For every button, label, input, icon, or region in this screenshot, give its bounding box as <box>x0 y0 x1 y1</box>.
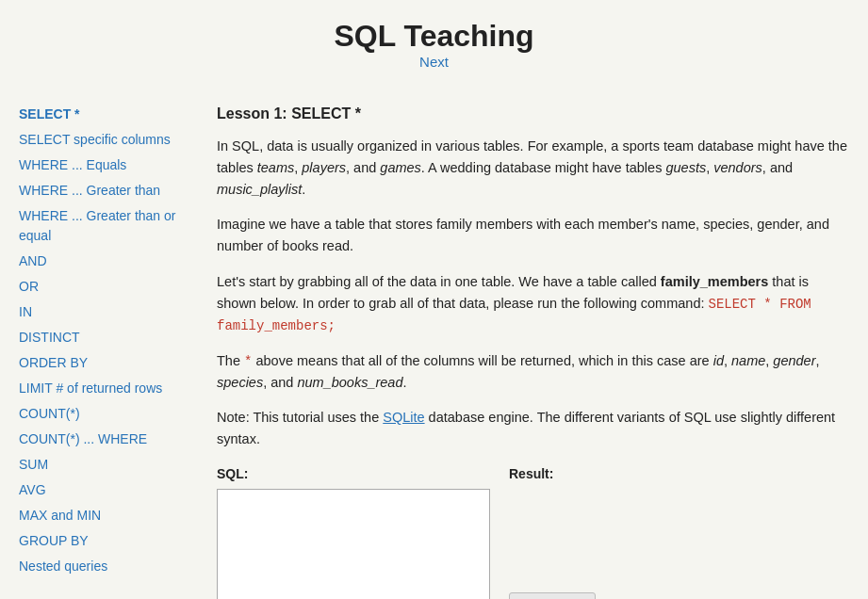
sidebar-item[interactable]: WHERE ... Equals <box>19 153 188 178</box>
sidebar-item[interactable]: WHERE ... Greater than <box>19 178 188 203</box>
sidebar-item[interactable]: COUNT(*) ... WHERE <box>19 427 188 452</box>
sidebar-item[interactable]: IN <box>19 300 188 325</box>
sidebar-item[interactable]: SELECT specific columns <box>19 127 188 153</box>
run-sql-button[interactable]: Run SQL <box>509 592 596 599</box>
sidebar: SELECT *SELECT specific columnsWHERE ...… <box>0 92 198 599</box>
next-link[interactable]: Next <box>0 54 868 70</box>
lesson-title: Lesson 1: SELECT * <box>217 102 849 126</box>
sidebar-item[interactable]: DISTINCT <box>19 325 188 350</box>
sidebar-item[interactable]: GROUP BY <box>19 528 188 554</box>
page-title: SQL Teaching <box>0 19 868 54</box>
content-area: Lesson 1: SELECT * In SQL, data is usual… <box>198 92 868 599</box>
paragraph-5: Note: This tutorial uses the SQLite data… <box>217 407 849 450</box>
sidebar-item[interactable]: AND <box>19 249 188 274</box>
sidebar-item[interactable]: LIMIT # of returned rows <box>19 376 188 401</box>
sidebar-item[interactable]: WHERE ... Greater than or equal <box>19 203 188 249</box>
sidebar-item[interactable]: OR <box>19 274 188 300</box>
sidebar-item[interactable]: ORDER BY <box>19 350 188 376</box>
sidebar-item[interactable]: Nested queries <box>19 554 188 579</box>
main-layout: SELECT *SELECT specific columnsWHERE ...… <box>0 92 868 599</box>
sql-section: SQL: Result: Run SQL <box>217 463 849 599</box>
sidebar-item[interactable]: SUM <box>19 452 188 478</box>
page-header: SQL Teaching Next <box>0 0 868 92</box>
paragraph-2: Imagine we have a table that stores fami… <box>217 214 849 257</box>
result-label: Result: <box>509 463 553 484</box>
sql-label: SQL: <box>217 463 490 484</box>
paragraph-4: The * above means that all of the column… <box>217 350 849 395</box>
paragraph-3: Let's start by grabbing all of the data … <box>217 271 849 337</box>
sql-textarea[interactable] <box>217 489 490 599</box>
sidebar-item[interactable]: AVG <box>19 478 188 503</box>
paragraph-1: In SQL, data is usually organized in var… <box>217 136 849 202</box>
sql-input-area: SQL: <box>217 463 490 599</box>
sidebar-item[interactable]: COUNT(*) <box>19 401 188 427</box>
sqlite-link[interactable]: SQLite <box>383 410 424 425</box>
result-area: Result: Run SQL <box>509 463 596 599</box>
sidebar-item[interactable]: SELECT * <box>19 102 188 127</box>
sidebar-item[interactable]: MAX and MIN <box>19 503 188 528</box>
